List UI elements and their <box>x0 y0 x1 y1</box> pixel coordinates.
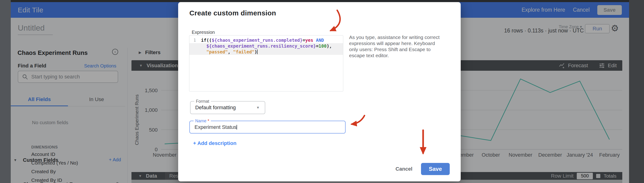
modal-save-button[interactable]: Save <box>421 163 450 175</box>
modal-title: Create custom dimension <box>189 9 276 17</box>
modal-cancel-button[interactable]: Cancel <box>396 166 412 172</box>
frame-right-edge <box>629 0 644 183</box>
expression-label: Expression <box>192 30 215 35</box>
screen: Edit Tile Explore from Here Cancel Save … <box>0 0 644 183</box>
expression-code-editor[interactable]: 1if((${chaos_experiment_runs.completed}=… <box>189 35 343 92</box>
create-custom-dimension-modal: Create custom dimension Expression 1if((… <box>178 2 461 181</box>
code-line: ${chaos_experiment_runs.resiliency_score… <box>189 43 343 49</box>
name-field[interactable]: Name * Experiment Status <box>189 121 346 134</box>
name-value: Experiment Status <box>194 121 237 133</box>
frame-left-edge <box>0 0 11 183</box>
format-select[interactable]: Format Default formatting ▼ <box>190 101 265 114</box>
code-line: "passed", "failed") <box>189 49 343 55</box>
text-cursor <box>257 50 258 54</box>
line-number <box>189 43 198 49</box>
text-cursor <box>236 125 237 130</box>
line-number <box>189 49 198 55</box>
line-number: 1 <box>189 37 198 43</box>
frame-top-edge <box>0 0 644 2</box>
chevron-down-icon: ▼ <box>256 106 260 110</box>
expression-helper-text: As you type, assistance for writing corr… <box>349 34 445 58</box>
code-line: 1if((${chaos_experiment_runs.completed}=… <box>189 37 343 43</box>
format-value: Default formatting <box>195 102 236 114</box>
add-description-link[interactable]: + Add description <box>193 140 236 146</box>
